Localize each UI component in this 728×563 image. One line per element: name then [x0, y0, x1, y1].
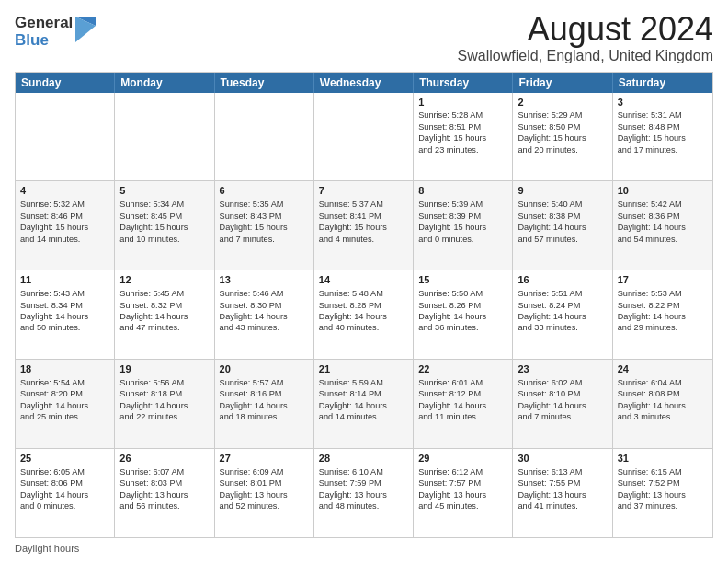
calendar-cell: 1Sunrise: 5:28 AM Sunset: 8:51 PM Daylig…	[414, 93, 513, 181]
logo-icon	[75, 17, 96, 42]
day-info: Sunrise: 5:32 AM Sunset: 8:46 PM Dayligh…	[20, 199, 109, 245]
calendar-cell: 14Sunrise: 5:48 AM Sunset: 8:28 PM Dayli…	[314, 270, 414, 359]
day-number: 2	[518, 96, 607, 109]
header: General Blue August 2024 Swallowfield, E…	[15, 11, 713, 64]
calendar-cell: 7Sunrise: 5:37 AM Sunset: 8:41 PM Daylig…	[314, 181, 414, 270]
day-number: 10	[618, 184, 708, 198]
calendar-cell	[314, 93, 414, 181]
day-info: Sunrise: 5:50 AM Sunset: 8:26 PM Dayligh…	[418, 288, 507, 334]
day-number: 4	[20, 184, 109, 198]
calendar-cell: 21Sunrise: 5:59 AM Sunset: 8:14 PM Dayli…	[314, 360, 414, 448]
day-number: 24	[618, 362, 708, 376]
calendar-cell: 26Sunrise: 6:07 AM Sunset: 8:03 PM Dayli…	[115, 449, 214, 537]
logo-text: General Blue	[15, 15, 73, 49]
day-number: 23	[518, 362, 607, 376]
header-tuesday: Tuesday	[215, 73, 314, 93]
logo-general: General	[15, 15, 73, 32]
header-sunday: Sunday	[16, 73, 115, 93]
day-number: 7	[319, 184, 408, 198]
calendar-cell: 25Sunrise: 6:05 AM Sunset: 8:06 PM Dayli…	[16, 449, 115, 537]
day-number: 19	[119, 362, 209, 376]
calendar-cell: 12Sunrise: 5:45 AM Sunset: 8:32 PM Dayli…	[115, 270, 214, 359]
day-info: Sunrise: 5:35 AM Sunset: 8:43 PM Dayligh…	[220, 199, 309, 245]
calendar-cell: 2Sunrise: 5:29 AM Sunset: 8:50 PM Daylig…	[513, 93, 612, 181]
calendar-cell: 30Sunrise: 6:13 AM Sunset: 7:55 PM Dayli…	[513, 449, 612, 537]
day-number: 5	[119, 184, 209, 198]
day-number: 9	[518, 184, 607, 198]
calendar-cell: 16Sunrise: 5:51 AM Sunset: 8:24 PM Dayli…	[513, 270, 612, 359]
day-number: 18	[20, 362, 109, 376]
day-info: Sunrise: 5:48 AM Sunset: 8:28 PM Dayligh…	[319, 288, 408, 334]
header-thursday: Thursday	[414, 73, 513, 93]
calendar-cell: 9Sunrise: 5:40 AM Sunset: 8:38 PM Daylig…	[513, 181, 612, 270]
day-number: 29	[418, 452, 507, 465]
day-number: 15	[418, 273, 507, 287]
calendar-cell: 4Sunrise: 5:32 AM Sunset: 8:46 PM Daylig…	[16, 181, 115, 270]
day-info: Sunrise: 5:57 AM Sunset: 8:16 PM Dayligh…	[220, 377, 309, 423]
day-info: Sunrise: 5:39 AM Sunset: 8:39 PM Dayligh…	[418, 199, 507, 245]
header-wednesday: Wednesday	[314, 73, 414, 93]
day-info: Sunrise: 5:45 AM Sunset: 8:32 PM Dayligh…	[119, 288, 209, 334]
footer: Daylight hours	[15, 543, 713, 554]
calendar-row-1: 1Sunrise: 5:28 AM Sunset: 8:51 PM Daylig…	[16, 93, 712, 181]
day-number: 25	[20, 452, 109, 465]
subtitle: Swallowfield, England, United Kingdom	[458, 48, 713, 64]
day-number: 13	[220, 273, 309, 287]
calendar-cell	[16, 93, 115, 181]
day-info: Sunrise: 5:59 AM Sunset: 8:14 PM Dayligh…	[319, 377, 408, 423]
day-info: Sunrise: 5:53 AM Sunset: 8:22 PM Dayligh…	[618, 288, 708, 334]
calendar-cell	[115, 93, 214, 181]
day-number: 8	[418, 184, 507, 198]
calendar-cell: 13Sunrise: 5:46 AM Sunset: 8:30 PM Dayli…	[215, 270, 314, 359]
main-title: August 2024	[458, 11, 713, 48]
day-number: 31	[618, 452, 708, 465]
header-saturday: Saturday	[613, 73, 712, 93]
calendar: Sunday Monday Tuesday Wednesday Thursday…	[15, 72, 713, 538]
calendar-cell: 18Sunrise: 5:54 AM Sunset: 8:20 PM Dayli…	[16, 360, 115, 448]
calendar-cell: 27Sunrise: 6:09 AM Sunset: 8:01 PM Dayli…	[215, 449, 314, 537]
calendar-row-2: 4Sunrise: 5:32 AM Sunset: 8:46 PM Daylig…	[16, 180, 712, 270]
calendar-header: Sunday Monday Tuesday Wednesday Thursday…	[16, 73, 712, 93]
calendar-cell: 3Sunrise: 5:31 AM Sunset: 8:48 PM Daylig…	[613, 93, 712, 181]
day-number: 3	[618, 96, 708, 109]
day-info: Sunrise: 5:28 AM Sunset: 8:51 PM Dayligh…	[418, 109, 507, 155]
day-number: 16	[518, 273, 607, 287]
day-number: 26	[119, 452, 209, 465]
day-info: Sunrise: 6:10 AM Sunset: 7:59 PM Dayligh…	[319, 466, 408, 512]
day-number: 28	[319, 452, 408, 465]
day-info: Sunrise: 6:07 AM Sunset: 8:03 PM Dayligh…	[119, 466, 209, 512]
calendar-cell	[215, 93, 314, 181]
calendar-cell: 19Sunrise: 5:56 AM Sunset: 8:18 PM Dayli…	[115, 360, 214, 448]
day-number: 17	[618, 273, 708, 287]
day-info: Sunrise: 5:54 AM Sunset: 8:20 PM Dayligh…	[20, 377, 109, 423]
day-info: Sunrise: 5:51 AM Sunset: 8:24 PM Dayligh…	[518, 288, 607, 334]
calendar-cell: 28Sunrise: 6:10 AM Sunset: 7:59 PM Dayli…	[314, 449, 414, 537]
logo-blue: Blue	[15, 32, 73, 50]
day-info: Sunrise: 5:42 AM Sunset: 8:36 PM Dayligh…	[618, 199, 708, 245]
calendar-cell: 23Sunrise: 6:02 AM Sunset: 8:10 PM Dayli…	[513, 360, 612, 448]
calendar-cell: 6Sunrise: 5:35 AM Sunset: 8:43 PM Daylig…	[215, 181, 314, 270]
day-info: Sunrise: 6:01 AM Sunset: 8:12 PM Dayligh…	[418, 377, 507, 423]
page: General Blue August 2024 Swallowfield, E…	[0, 0, 728, 563]
day-info: Sunrise: 6:02 AM Sunset: 8:10 PM Dayligh…	[518, 377, 607, 423]
day-info: Sunrise: 6:04 AM Sunset: 8:08 PM Dayligh…	[618, 377, 708, 423]
calendar-row-4: 18Sunrise: 5:54 AM Sunset: 8:20 PM Dayli…	[16, 359, 712, 448]
day-info: Sunrise: 5:40 AM Sunset: 8:38 PM Dayligh…	[518, 199, 607, 245]
calendar-cell: 20Sunrise: 5:57 AM Sunset: 8:16 PM Dayli…	[215, 360, 314, 448]
day-number: 21	[319, 362, 408, 376]
day-number: 11	[20, 273, 109, 287]
calendar-cell: 15Sunrise: 5:50 AM Sunset: 8:26 PM Dayli…	[414, 270, 513, 359]
day-info: Sunrise: 6:13 AM Sunset: 7:55 PM Dayligh…	[518, 466, 607, 512]
calendar-cell: 17Sunrise: 5:53 AM Sunset: 8:22 PM Dayli…	[613, 270, 712, 359]
day-number: 27	[220, 452, 309, 465]
day-info: Sunrise: 6:09 AM Sunset: 8:01 PM Dayligh…	[220, 466, 309, 512]
day-number: 30	[518, 452, 607, 465]
calendar-cell: 24Sunrise: 6:04 AM Sunset: 8:08 PM Dayli…	[613, 360, 712, 448]
day-info: Sunrise: 5:34 AM Sunset: 8:45 PM Dayligh…	[119, 199, 209, 245]
logo: General Blue	[15, 15, 96, 49]
calendar-cell: 22Sunrise: 6:01 AM Sunset: 8:12 PM Dayli…	[414, 360, 513, 448]
calendar-body: 1Sunrise: 5:28 AM Sunset: 8:51 PM Daylig…	[16, 93, 712, 537]
day-number: 14	[319, 273, 408, 287]
calendar-row-3: 11Sunrise: 5:43 AM Sunset: 8:34 PM Dayli…	[16, 270, 712, 359]
calendar-cell: 29Sunrise: 6:12 AM Sunset: 7:57 PM Dayli…	[414, 449, 513, 537]
